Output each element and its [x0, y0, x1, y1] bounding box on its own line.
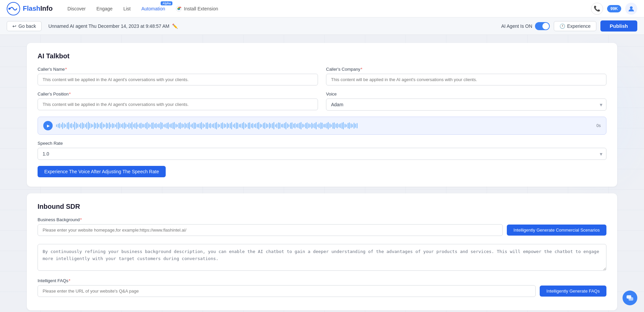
nav-engage[interactable]: Engage [96, 5, 112, 13]
voice-group: Voice Adam Brian Emma Michael Sarah [326, 91, 606, 111]
nav-install-extension[interactable]: Install Extension [176, 6, 218, 12]
biz-bg-label: Business Background* [38, 217, 606, 222]
biz-bg-group: Business Background* Intelligently Gener… [38, 217, 606, 240]
nav-automation[interactable]: Automation Alpha [141, 5, 165, 13]
audio-player: ▶ 0s [38, 117, 606, 135]
agent-toggle[interactable] [535, 22, 550, 30]
chat-icon [626, 294, 634, 302]
clock-icon: 🕐 [559, 23, 565, 29]
inbound-sdr-card: Inbound SDR Business Background* Intelli… [27, 193, 617, 310]
experience-label: Experience [567, 23, 591, 29]
form-row-2: Caller's Position* Voice Adam Brian Emma… [38, 91, 606, 111]
agent-status-label: AI Agent Is ON [501, 23, 532, 29]
play-button[interactable]: ▶ [43, 121, 53, 130]
intelligent-faqs-input[interactable] [38, 285, 536, 297]
callers-name-group: Caller's Name* [38, 67, 318, 85]
callers-company-label: Caller's Company* [326, 67, 606, 72]
agent-status: AI Agent Is ON [501, 22, 550, 30]
nav-discover[interactable]: Discover [67, 5, 86, 13]
voice-select[interactable]: Adam Brian Emma Michael Sarah [326, 99, 606, 111]
callers-name-label: Caller's Name* [38, 67, 318, 72]
nav-list[interactable]: List [123, 5, 131, 13]
callers-company-group: Caller's Company* [326, 67, 606, 85]
speech-rate-section: Speech Rate 0.5 0.75 1.0 1.25 1.5 2.0 [38, 141, 606, 160]
callers-position-group: Caller's Position* [38, 91, 318, 111]
callers-name-input[interactable] [38, 74, 318, 85]
callers-company-input[interactable] [326, 74, 606, 85]
biz-bg-input[interactable] [38, 224, 503, 236]
biz-bg-row: Intelligently Generate Commercial Scenar… [38, 224, 606, 236]
speech-rate-select[interactable]: 0.5 0.75 1.0 1.25 1.5 2.0 [38, 148, 606, 160]
voice-label: Voice [326, 91, 606, 97]
biz-description-textarea[interactable]: By continuously refining your business b… [38, 244, 606, 271]
gen-faqs-button[interactable]: Intelligently Generate FAQs [540, 286, 606, 297]
callers-position-label: Caller's Position* [38, 91, 318, 97]
inbound-sdr-title: Inbound SDR [38, 203, 606, 210]
toolbar: ↩ Go back Unnamed AI agent Thu December … [0, 17, 644, 35]
svg-point-1 [8, 8, 10, 10]
navbar-right: 📞 99K [591, 3, 637, 15]
credits-badge[interactable]: 99K [607, 5, 621, 12]
main-content: AI Talkbot Caller's Name* Caller's Compa… [0, 35, 644, 312]
go-back-icon: ↩ [12, 23, 16, 29]
svg-point-4 [630, 6, 633, 9]
agent-title-text: Unnamed AI agent Thu December 14, 2023 a… [48, 23, 169, 29]
ai-talkbot-card: AI Talkbot Caller's Name* Caller's Compa… [27, 43, 617, 187]
phone-button[interactable]: 📞 [591, 3, 603, 15]
navbar: FlashInfo Discover Engage List Automatio… [0, 0, 644, 17]
chat-float-button[interactable] [623, 291, 637, 305]
toolbar-right: AI Agent Is ON 🕐 Experience Publish [501, 20, 637, 32]
go-back-button[interactable]: ↩ Go back [7, 21, 42, 31]
voice-experience-button[interactable]: Experience The Voice After Adjusting The… [38, 166, 166, 177]
voice-select-wrapper: Adam Brian Emma Michael Sarah [326, 99, 606, 111]
logo-text: FlashInfo [23, 5, 53, 12]
waveform [56, 120, 593, 131]
form-row-1: Caller's Name* Caller's Company* [38, 67, 606, 85]
callers-position-input[interactable] [38, 99, 318, 110]
go-back-label: Go back [18, 23, 36, 29]
gen-commercial-button[interactable]: Intelligently Generate Commercial Scenar… [507, 225, 606, 236]
logo[interactable]: FlashInfo [7, 2, 53, 15]
edit-icon[interactable]: ✏️ [172, 23, 178, 29]
user-icon [628, 5, 635, 12]
user-avatar[interactable] [625, 3, 637, 15]
speech-rate-select-wrapper: 0.5 0.75 1.0 1.25 1.5 2.0 [38, 148, 606, 160]
chrome-icon [176, 6, 182, 12]
speech-rate-label: Speech Rate [38, 141, 606, 146]
play-icon: ▶ [47, 124, 50, 128]
faqs-row: Intelligently Generate FAQs [38, 285, 606, 297]
agent-title: Unnamed AI agent Thu December 14, 2023 a… [48, 23, 178, 29]
publish-button[interactable]: Publish [600, 20, 637, 32]
logo-icon [7, 2, 20, 15]
intelligent-faqs-group: Intelligent FAQs* Intelligently Generate… [38, 278, 606, 301]
alpha-badge: Alpha [161, 1, 172, 5]
intelligent-faqs-label: Intelligent FAQs* [38, 278, 606, 283]
experience-button[interactable]: 🕐 Experience [554, 21, 596, 31]
time-display: 0s [596, 123, 601, 128]
svg-rect-6 [629, 297, 633, 301]
install-extension-label: Install Extension [184, 6, 218, 11]
ai-talkbot-title: AI Talkbot [38, 52, 606, 60]
